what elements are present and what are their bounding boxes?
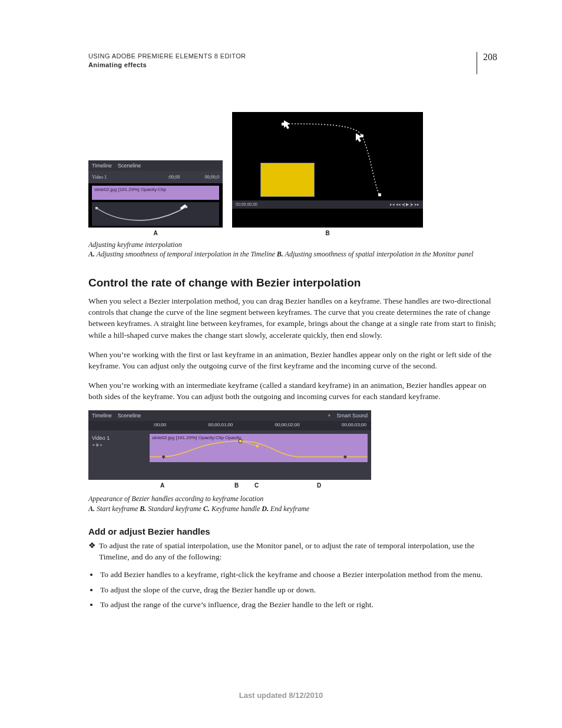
figure-1-caption: Adjusting keyframe interpolation A. Adju… <box>88 240 497 259</box>
figure-2-letter-b: B <box>234 482 239 489</box>
tab-sceneline-2: Sceneline <box>118 413 141 419</box>
figure-1-letter-b: B <box>232 230 423 236</box>
running-header: USING ADOBE PREMIERE ELEMENTS 8 EDITOR A… <box>88 52 497 70</box>
figure-2-caption: Appearance of Bezier handles according t… <box>88 494 497 513</box>
ruler-t0: :00;00 <box>153 422 166 430</box>
svg-rect-4 <box>378 193 381 196</box>
section-heading: Control the rate of change with Bezier i… <box>88 276 497 289</box>
bullet-list: To add Bezier handles to a keyframe, rig… <box>88 567 497 612</box>
figure-2-caption-d-text: End keyframe <box>269 505 309 513</box>
time-start: :00;00 <box>168 174 180 180</box>
bullet-1: To add Bezier handles to a keyframe, rig… <box>99 567 497 582</box>
figure-2-ruler: :00;00 00;00;01;00 00;00;02;00 00;00;03;… <box>88 421 371 430</box>
svg-rect-0 <box>95 207 98 209</box>
figure-2-caption-c-text: Keyframe handle <box>210 505 262 513</box>
bullet-3: To adjust the range of the curve’s influ… <box>99 597 497 612</box>
figure-1-panel-b: 00;00;00;00 ▸◂ ◂◂ ◂| ▶ |▸ ▸▸ <box>232 112 423 228</box>
figure-1-caption-lead: Adjusting keyframe interpolation <box>88 240 497 249</box>
bullet-2: To adjust the slope of the curve, drag t… <box>99 582 497 598</box>
figure-2-caption-b-key: B. <box>140 505 146 513</box>
figure-2-caption-c-key: C. <box>203 505 210 513</box>
smart-sound-label: Smart Sound <box>336 413 368 419</box>
figure-2-panel: Timeline Sceneline + Smart Sound :00;00 … <box>88 410 371 480</box>
clip-label: slide02.jpg [161.29%] Opacity:Clip <box>92 186 219 200</box>
figure-2-caption-lead: Appearance of Bezier handles according t… <box>88 494 497 503</box>
figure-1-panel-a: Timeline Sceneline Video 1 :00;00 00;00;… <box>88 160 223 228</box>
keyframe-graph-a <box>92 202 219 226</box>
tab-timeline-2: Timeline <box>92 413 112 419</box>
figure-2-caption-a-key: A. <box>88 505 95 513</box>
figure-2-caption-d-key: D. <box>262 505 269 513</box>
figure-1-caption-b-text: Adjusting smoothness of spatial interpol… <box>283 250 474 258</box>
ruler-t3: 00;00;03;00 <box>342 422 366 430</box>
track-label: Video 1 <box>92 174 107 180</box>
figure-1-letter-a: A <box>88 230 223 236</box>
header-product: USING ADOBE PREMIERE ELEMENTS 8 EDITOR <box>88 52 246 61</box>
figure-2-letter-d: D <box>317 482 321 489</box>
figure-1-letters: A B <box>88 230 497 236</box>
footer-last-updated: Last updated 8/12/2010 <box>0 691 562 700</box>
figure-2-letters: A B C D <box>88 482 371 490</box>
diamond-bullet-icon: ❖ <box>88 540 94 551</box>
section-p2: When you’re working with the first or la… <box>88 349 497 371</box>
section-p3: When you’re working with an intermediate… <box>88 380 497 402</box>
subsection-heading: Add or adjust Bezier handles <box>88 526 497 536</box>
monitor-toolbar: 00;00;00;00 ▸◂ ◂◂ ◂| ▶ |▸ ▸▸ <box>232 200 423 209</box>
figure-2: Timeline Sceneline + Smart Sound :00;00 … <box>88 410 371 490</box>
figure-1-caption-a-key: A. <box>88 250 95 258</box>
time-end: 00;00;0 <box>205 174 219 180</box>
figure-2-clip-strip: slide02.jpg [161.29%] Opacity:Clip Opaci… <box>150 434 368 462</box>
figure-2-letter-a: A <box>160 482 164 489</box>
track-nav-icons: ◂ ◆ ▸ <box>92 442 146 447</box>
lead-item-text: To adjust the rate of spatial interpolat… <box>99 541 475 561</box>
tab-timeline: Timeline <box>92 163 112 169</box>
monitor-timecode: 00;00;00;00 <box>236 202 257 206</box>
tab-sceneline: Sceneline <box>118 163 141 169</box>
figure-2-caption-a-text: Start keyframe <box>95 505 140 513</box>
figure-1-caption-b-key: B. <box>277 250 283 258</box>
svg-rect-7 <box>256 445 259 447</box>
diamond-lead-item: ❖To adjust the rate of spatial interpola… <box>88 540 497 562</box>
page-number: 208 <box>483 52 497 62</box>
figure-1: Timeline Sceneline Video 1 :00;00 00;00;… <box>88 112 497 228</box>
section-p1: When you select a Bezier interpolation m… <box>88 295 497 341</box>
page-number-rule: 208 <box>477 52 497 74</box>
figure-2-letter-c: C <box>254 482 259 489</box>
figure-1-caption-a-text: Adjusting smoothness of temporal interpo… <box>95 250 277 258</box>
track-label-2: Video 1 <box>92 435 146 441</box>
figure-2-caption-b-text: Standard keyframe <box>146 505 203 513</box>
ruler-t1: 00;00;01;00 <box>208 422 233 430</box>
plus-icon: + <box>328 413 330 419</box>
ruler-t2: 00;00;02;00 <box>275 422 299 430</box>
header-chapter: Animating effects <box>88 61 246 70</box>
monitor-thumbnail <box>260 163 315 197</box>
